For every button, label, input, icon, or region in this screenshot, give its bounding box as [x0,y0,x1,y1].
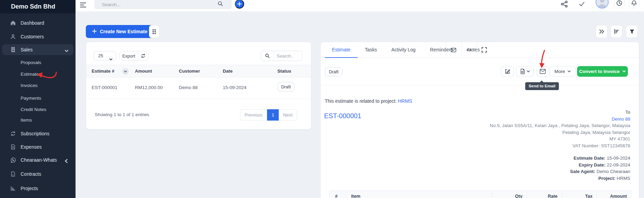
notifications-button[interactable] [629,0,639,8]
export-button[interactable]: Export [120,51,138,60]
app-window: Demo Sdn Bhd Dashboard Customers Sales P… [0,0,644,198]
chart-view-button[interactable] [610,25,622,38]
quick-add-button[interactable] [235,0,244,9]
column-status[interactable]: Status [277,65,291,77]
previous-page-button[interactable]: Previous [240,109,267,121]
project-link[interactable]: HRMS [398,98,412,104]
fullscreen-icon[interactable] [481,47,487,53]
estimate-number-link[interactable]: EST-000001 [92,85,117,90]
export-group: Export [119,51,149,61]
sidebar-item-chearaan-whats[interactable]: Chearaan-Whats [0,155,76,165]
items-column-tax: Tax [562,191,597,198]
topbar [76,0,644,11]
detail-tabs: Estimate Tasks Activity Log Reminders No… [321,42,639,58]
address-line: MY 47301 [490,136,630,143]
search-icon[interactable] [261,51,274,61]
related-project-text: This estimate is related to project: HRM… [325,98,412,104]
sort-chevron-icon[interactable] [122,68,129,75]
items-column-item: Item [346,191,492,198]
customer-link[interactable]: Demo 88 [179,85,198,90]
items-column-amount: Amount [597,191,631,198]
table-row: EST-000001 RM12,000.00 Demo 88 15-09-202… [86,77,311,99]
edit-icon [505,69,510,74]
sidebar-item-sales[interactable]: Sales [2,44,73,55]
view-eye-icon[interactable] [466,47,472,53]
estimate-number-heading: EST-000001 [324,112,361,120]
home-icon [10,20,16,26]
download-pdf-button[interactable] [516,66,534,77]
chevron-down-icon [65,48,69,51]
sidebar-item-projects[interactable]: Projects [0,183,76,194]
more-button[interactable]: More [550,66,576,77]
search-icon[interactable] [217,1,223,7]
sidebar-item-proposals[interactable]: Proposals [0,58,76,68]
page-1-button[interactable]: 1 [267,109,279,121]
bar-chart-icon [614,29,619,34]
project-row: Project: HRMS [570,175,630,182]
chart-icon [10,186,16,191]
grid-icon [152,29,156,34]
estimate-meta-block: Estimate Date: 15-09-2024 Expiry Date: 2… [570,155,630,182]
estimate-detail-card: Estimate Tasks Activity Log Reminders No… [320,42,639,198]
divider [477,42,477,58]
envelope-icon [540,69,546,74]
filter-icon [629,29,635,34]
share-icon[interactable] [561,0,568,8]
sync-icon [10,131,16,136]
next-page-button[interactable]: Next [279,109,297,121]
convert-to-invoice-button[interactable]: Convert to Invoice [577,66,628,77]
create-new-estimate-button[interactable]: Create New Estimate [86,25,154,38]
refresh-button[interactable] [138,51,148,60]
pdf-icon [520,69,525,74]
avatar[interactable] [596,0,609,9]
estimate-date-row: Estimate Date: 15-09-2024 [570,155,630,162]
sidebar-item-payments[interactable]: Payments [0,93,76,103]
chevron-left-icon [65,158,68,162]
edit-button[interactable] [501,66,514,77]
sidebar-item-credit-notes[interactable]: Credit Notes [0,104,76,115]
sidebar-item-subscriptions[interactable]: Subscriptions [0,128,76,139]
sidebar-item-items[interactable]: Items [0,115,76,125]
tab-estimate[interactable]: Estimate [325,42,358,58]
sidebar-item-invoices[interactable]: Invoices [0,81,76,91]
sidebar-item-expenses[interactable]: Expenses [0,142,76,152]
global-search [94,0,232,9]
send-email-button[interactable] [537,66,549,77]
timers-button[interactable] [614,0,624,8]
column-date[interactable]: Date [223,65,233,77]
column-amount[interactable]: Amount [135,65,152,77]
user-icon [10,34,16,39]
estimates-list-card: 25 Export Estimate # [86,42,311,129]
tab-tasks[interactable]: Tasks [358,42,384,58]
plus-icon [92,29,97,35]
check-icon[interactable] [578,1,586,8]
to-label: To [490,109,630,116]
filter-button[interactable] [626,25,638,38]
table-view-toggle-button[interactable] [149,25,160,38]
chevron-down-icon [622,70,626,73]
address-line: No.5, Jalan SS5A/11, Kelan Jaya , Petali… [490,122,630,129]
divider [446,42,446,58]
sidebar-item-contracts[interactable]: Contracts [0,169,76,179]
table-search-input[interactable] [274,51,302,61]
double-chevron-right-icon [599,29,605,34]
sidebar-item-dashboard[interactable]: Dashboard [0,18,76,28]
menu-icon[interactable] [80,2,86,8]
email-tab-icon[interactable] [450,47,457,53]
pagination: Previous 1 Next [240,109,297,121]
customer-link[interactable]: Demo 88 [612,116,630,122]
column-estimate-number[interactable]: Estimate # [92,65,114,77]
vat-number: VAT Number: SST12345678 [490,143,630,149]
sidebar-item-customers[interactable]: Customers [0,32,76,42]
table-header: Estimate # Amount Customer Date Status [86,65,311,77]
divider [321,85,639,85]
tab-activity-log[interactable]: Activity Log [384,42,423,58]
chevron-down-icon [527,70,530,73]
page-size-select[interactable]: 25 [94,51,116,61]
chevron-down-icon [109,55,113,57]
divider [461,42,462,58]
global-search-input[interactable] [94,0,232,9]
sidebar-item-estimates[interactable]: Estimates [0,69,76,79]
collapse-panel-button[interactable] [596,25,608,38]
column-customer[interactable]: Customer [179,65,200,77]
